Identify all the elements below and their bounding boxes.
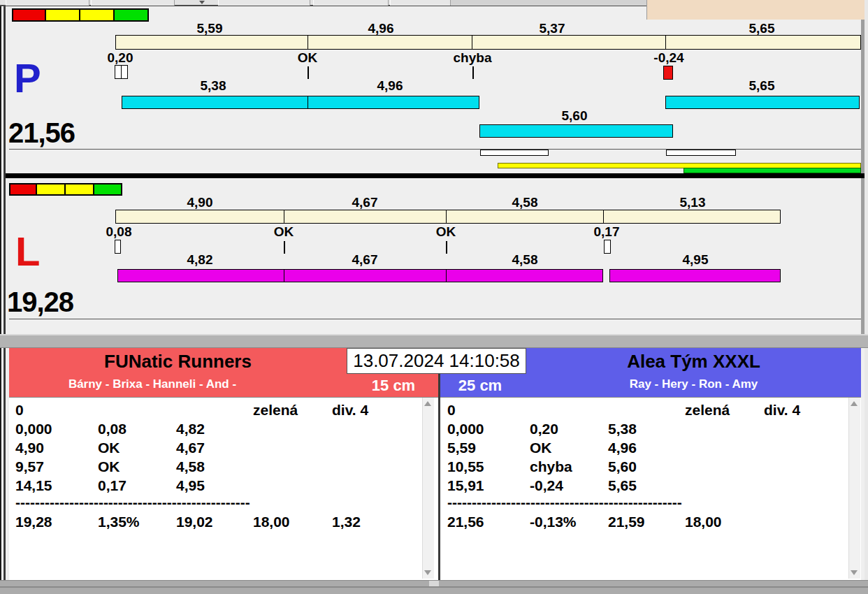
l-lower-bar-b: [609, 269, 781, 282]
p-gap-marker-box: [115, 65, 128, 79]
team-right-members: Ray - Hery - Ron - Amy: [526, 377, 861, 391]
result-cell: 4,58: [176, 459, 205, 474]
lane-p-letter: P: [14, 59, 41, 98]
result-cell: 0,20: [530, 421, 558, 436]
l-lower-value: 4,58: [512, 253, 538, 266]
team-right-scrollbar[interactable]: [848, 398, 860, 579]
l-gap-marker-box: [115, 240, 121, 254]
p-lower-bar-seg4: [666, 96, 859, 108]
l-gap-status: 0,17: [594, 225, 620, 238]
window-left-border-inner2: [3, 6, 6, 594]
l-gap-status: OK: [436, 225, 456, 238]
p-upper-bar-seg1: [116, 36, 308, 49]
l-upper-value: 4,67: [352, 196, 378, 209]
lane-separator: [6, 173, 865, 178]
l-lower-bar-seg1: [118, 270, 284, 282]
l-lower-value: 4,67: [352, 253, 378, 266]
team-right-hurdle-height: 25 cm: [458, 377, 502, 395]
p-green-range-bar: [683, 168, 861, 173]
result-cell: zelená: [685, 403, 730, 417]
result-cell: 14,15: [15, 478, 52, 493]
toolbar-dropdown-arrow-icon: [199, 1, 205, 4]
p-upper-value: 5,65: [749, 22, 775, 35]
team-right-name: Alea Tým XXXL: [526, 352, 861, 371]
p-upper-bar-seg2: [308, 36, 472, 49]
result-cell: div. 4: [764, 403, 800, 417]
summary-cell: 21,59: [608, 514, 645, 529]
scroll-down-icon[interactable]: [851, 570, 858, 575]
window-right-border: [865, 0, 868, 594]
l-upper-bar-seg3: [447, 210, 604, 223]
result-cell: 0,08: [98, 421, 126, 436]
datetime-box: 13.07.2024 14:10:58: [347, 348, 526, 374]
toolbar-segment: [390, 0, 451, 6]
p-white-range-bar: [666, 150, 736, 156]
l-gap-status: OK: [274, 225, 294, 238]
result-cell: div. 4: [332, 403, 368, 417]
horizontal-splitter[interactable]: [0, 334, 868, 348]
l-lower-bar-seg4: [610, 270, 780, 282]
summary-cell: 18,00: [253, 514, 290, 529]
p-gap-status: chyba: [454, 51, 492, 64]
result-cell: 4,90: [15, 440, 44, 455]
p-upper-value: 5,37: [540, 22, 565, 35]
p-gap-status: 0,20: [108, 51, 133, 64]
result-cell: 0,000: [15, 421, 52, 436]
p-lower-value: 4,96: [377, 79, 403, 92]
p-lower-bar-a: [122, 96, 479, 109]
l-upper-bar-seg4: [604, 210, 780, 223]
result-cell: 0: [15, 403, 24, 417]
l-lower-bar-seg2: [284, 270, 447, 282]
p-gap-status: -0,24: [653, 51, 683, 64]
result-cell: zelená: [253, 403, 298, 417]
scroll-down-icon[interactable]: [424, 570, 431, 575]
team-left-name: FUNatic Runners: [9, 352, 347, 371]
l-lower-bar-seg3: [447, 270, 602, 282]
team-right-results-box[interactable]: [440, 397, 861, 580]
toolbar-flat-area: [451, 0, 646, 6]
team-left-members: Bárny - Brixa - Hanneli - And -: [9, 377, 296, 391]
p-lower-value: 5,65: [749, 79, 775, 92]
l-alignment-tick: [284, 241, 285, 254]
result-cell: 4,82: [176, 421, 205, 436]
result-cell: 4,67: [176, 440, 205, 455]
team-left-scrollbar[interactable]: [422, 398, 434, 579]
result-cell: 0: [447, 403, 456, 417]
toolbar-segment: [313, 0, 389, 6]
p-gap-status: OK: [298, 51, 318, 64]
p-white-range-bar: [480, 150, 549, 156]
l-gap-marker-box: [604, 240, 611, 254]
team-left-results-box[interactable]: [9, 397, 438, 580]
l-upper-bar-seg2: [284, 210, 447, 223]
p-alignment-tick: [308, 66, 309, 79]
result-cell: 5,60: [608, 459, 637, 474]
l-gap-status: 0,08: [106, 225, 132, 238]
p-offset-bar: [479, 124, 673, 138]
p-fault-marker-box: [663, 66, 673, 80]
p-lower-bar-seg1: [122, 96, 308, 108]
status-light-yellow: [80, 8, 115, 22]
lane-l-letter: L: [15, 232, 40, 271]
p-upper-value: 4,96: [368, 22, 394, 35]
lane-l-total: 19,28: [7, 288, 73, 316]
p-lower-value: 5,38: [201, 79, 226, 92]
datetime-text: 13.07.2024 14:10:58: [353, 350, 520, 371]
result-cell: 0,000: [447, 421, 484, 436]
scroll-up-icon[interactable]: [424, 401, 431, 406]
l-lower-bar-a: [117, 269, 603, 282]
result-cell: 5,59: [447, 440, 476, 455]
scroll-up-icon[interactable]: [851, 401, 858, 406]
result-separator: ----------------------------------------…: [15, 495, 250, 509]
result-cell: -0,24: [530, 478, 563, 493]
l-alignment-tick: [446, 241, 447, 254]
p-upper-bar: [115, 35, 861, 50]
l-lower-value: 4,95: [683, 253, 709, 266]
result-cell: 4,96: [608, 440, 637, 455]
lane-p-total: 21,56: [8, 119, 75, 147]
p-upper-bar-seg4: [666, 36, 860, 49]
status-light-green: [94, 183, 122, 196]
summary-cell: 1,32: [332, 514, 361, 529]
summary-cell: 19,02: [176, 514, 213, 529]
resize-notch[interactable]: [429, 581, 439, 586]
l-upper-bar-seg1: [116, 210, 284, 223]
